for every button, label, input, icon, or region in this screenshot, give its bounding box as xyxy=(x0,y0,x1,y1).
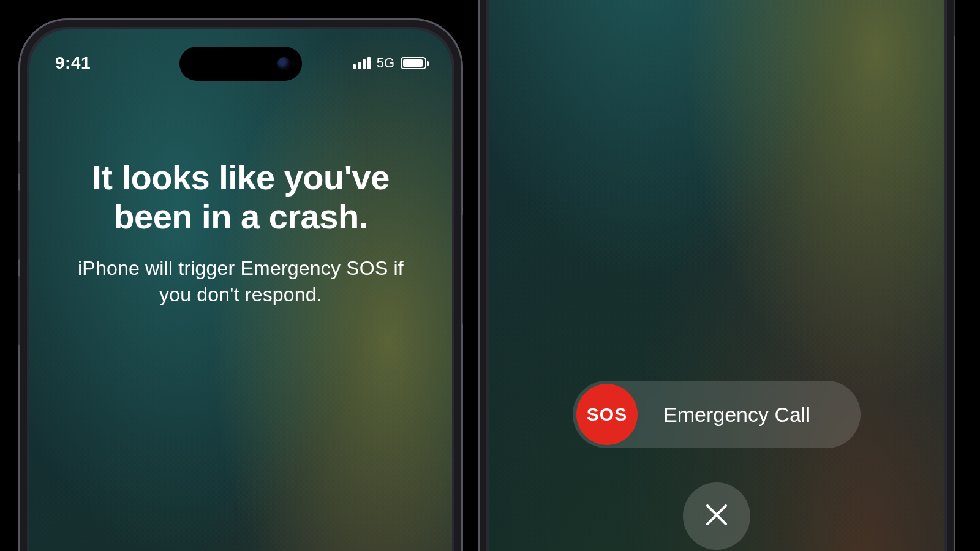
stage: 9:41 5G It looks like you've been in a c… xyxy=(0,0,980,551)
emergency-call-label: Emergency Call xyxy=(638,403,861,427)
volume-down-button xyxy=(18,276,20,346)
status-right: 5G xyxy=(353,55,426,71)
side-button xyxy=(462,214,463,324)
cancel-group: Cancel xyxy=(683,482,750,551)
sos-knob[interactable]: SOS xyxy=(576,384,638,445)
side-button xyxy=(954,0,956,37)
screen: 9:41 5G It looks like you've been in a c… xyxy=(29,29,452,551)
status-time: 9:41 xyxy=(55,53,91,73)
screen: SOS Emergency Call Cancel xyxy=(489,0,944,551)
cancel-button[interactable] xyxy=(683,482,750,550)
iphone-emergency-call: SOS Emergency Call Cancel xyxy=(478,0,956,551)
volume-up-button xyxy=(18,190,20,260)
dynamic-island xyxy=(179,47,302,81)
battery-icon xyxy=(401,57,426,69)
silence-switch xyxy=(18,141,20,174)
emergency-call-slider[interactable]: SOS Emergency Call xyxy=(573,381,861,448)
iphone-crash-detection: 9:41 5G It looks like you've been in a c… xyxy=(18,18,463,551)
close-icon xyxy=(703,501,731,531)
crash-subtext: iPhone will trigger Emergency SOS if you… xyxy=(60,255,421,308)
sos-knob-label: SOS xyxy=(587,404,627,425)
cellular-signal-icon xyxy=(353,57,371,69)
crash-headline: It looks like you've been in a crash. xyxy=(60,158,421,237)
front-camera-icon xyxy=(277,57,291,70)
network-type: 5G xyxy=(377,55,394,71)
crash-message: It looks like you've been in a crash. iP… xyxy=(60,158,421,308)
